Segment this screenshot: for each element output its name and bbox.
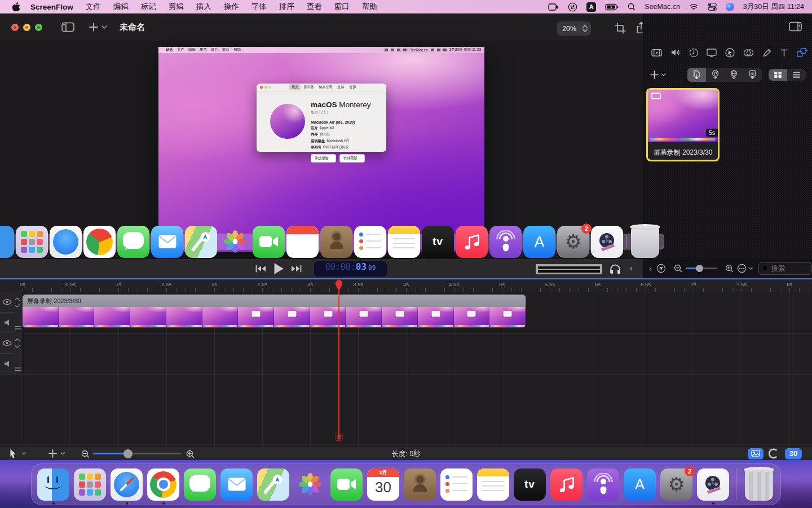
- track1-drag-handle[interactable]: [15, 325, 21, 331]
- dock-screenflow[interactable]: [697, 468, 729, 501]
- menu-item[interactable]: 标记: [141, 2, 156, 12]
- menubar-clock[interactable]: 3月30日 周四 11:24: [743, 2, 804, 12]
- dock-messages[interactable]: [184, 468, 216, 501]
- control-center-icon[interactable]: [708, 2, 717, 11]
- inspector-tab-audio[interactable]: [669, 47, 682, 58]
- menu-item[interactable]: 剪辑: [169, 2, 184, 12]
- dock-podcasts[interactable]: [587, 468, 619, 501]
- inspector-tab-touch-callout[interactable]: [742, 47, 755, 58]
- track2-drag-handle[interactable]: [15, 366, 21, 372]
- switch-control-icon[interactable]: [568, 2, 577, 12]
- dock-app-store[interactable]: A: [624, 468, 656, 501]
- siri-icon[interactable]: [726, 3, 734, 11]
- menubar-site-label[interactable]: SeeMac.cn: [645, 3, 680, 11]
- minimize-button[interactable]: [23, 24, 30, 31]
- skip-to-end-button[interactable]: [291, 264, 302, 273]
- dock-apple-tv[interactable]: tv: [514, 468, 546, 501]
- menu-item[interactable]: 帮助: [362, 2, 377, 12]
- add-media-library-button[interactable]: [650, 71, 666, 79]
- media-filter-globe[interactable]: [725, 68, 743, 82]
- close-button[interactable]: [11, 24, 19, 31]
- timeline-ruler[interactable]: 0s0.5s1s1.5s2s2.5s3s3.5s4s4.5s5s5.5s6s6.…: [0, 279, 812, 292]
- dock-maps[interactable]: [257, 468, 289, 501]
- media-filter-music[interactable]: [706, 68, 725, 82]
- more-options-icon[interactable]: [737, 264, 753, 273]
- filter-icon[interactable]: [656, 264, 666, 273]
- recorded-screen[interactable]: 访达文件编辑显示前往窗口帮助 SeeMac.cn 3月30日 周四 11:23 …: [158, 47, 484, 252]
- menu-item[interactable]: 文件: [86, 2, 101, 12]
- slider-knob[interactable]: [696, 265, 703, 272]
- battery-icon[interactable]: [605, 3, 619, 11]
- dock-launchpad[interactable]: [74, 468, 106, 501]
- active-app-name[interactable]: ScreenFlow: [30, 3, 73, 11]
- view-list[interactable]: [787, 69, 806, 81]
- zoom-out-icon[interactable]: [674, 264, 682, 273]
- track2-mute-toggle[interactable]: [0, 354, 14, 375]
- track2-visibility-toggle[interactable]: [0, 333, 14, 354]
- snapping-toggle-icon[interactable]: [767, 448, 778, 459]
- zoom-stepper-arrows[interactable]: [582, 25, 588, 32]
- add-media-button[interactable]: [89, 23, 107, 32]
- view-grid[interactable]: [769, 69, 787, 81]
- dock-system-preferences[interactable]: ⚙2: [660, 468, 692, 501]
- track1-height-control[interactable]: [14, 297, 23, 308]
- panel-toggle-icon[interactable]: [789, 21, 802, 32]
- thumbnail-size-slider[interactable]: [686, 268, 717, 269]
- dock-finder[interactable]: [37, 468, 69, 501]
- dock-notes[interactable]: [477, 468, 509, 501]
- screen-record-icon[interactable]: [548, 3, 559, 11]
- fullscreen-button[interactable]: [35, 24, 42, 31]
- inspector-tab-screen[interactable]: [705, 47, 718, 58]
- inspector-tab-media-library[interactable]: [796, 46, 809, 59]
- dock-safari[interactable]: [111, 468, 143, 501]
- apple-menu-icon[interactable]: [12, 2, 20, 11]
- timeline-clip[interactable]: 屏幕录制 2023/3/30: [23, 295, 526, 327]
- menu-item[interactable]: 字体: [251, 2, 267, 12]
- dock-contacts[interactable]: [404, 468, 436, 501]
- inspector-tab-video[interactable]: [650, 47, 663, 59]
- track1-mute-toggle[interactable]: [0, 313, 14, 334]
- dock-reminders[interactable]: [440, 468, 473, 501]
- media-filter-document[interactable]: [687, 68, 706, 82]
- menu-item[interactable]: 插入: [196, 2, 211, 12]
- playhead-handle[interactable]: [335, 433, 343, 441]
- inspector-tab-text[interactable]: [779, 47, 789, 58]
- canvas-zoom-stepper[interactable]: 20%: [557, 21, 591, 36]
- menu-item[interactable]: 窗口: [334, 2, 350, 12]
- inspector-tab-timing[interactable]: [688, 47, 700, 59]
- search-input[interactable]: [771, 265, 810, 273]
- menu-item[interactable]: 操作: [224, 2, 239, 12]
- dock-music[interactable]: [550, 468, 582, 501]
- playhead-marker[interactable]: [335, 280, 343, 291]
- menu-item[interactable]: 查看: [307, 2, 322, 12]
- menu-item[interactable]: 排序: [279, 2, 294, 12]
- skip-to-start-button[interactable]: [255, 264, 266, 273]
- dock-trash[interactable]: [745, 468, 773, 501]
- collapse-transport-icon[interactable]: ‹: [630, 264, 633, 273]
- headphone-monitor-icon[interactable]: [609, 263, 621, 274]
- input-source-icon[interactable]: A: [586, 2, 596, 12]
- timeline-area[interactable]: 屏幕录制 2023/3/30: [0, 292, 812, 446]
- wifi-icon[interactable]: [689, 3, 699, 11]
- framerate-button[interactable]: 30: [785, 448, 802, 459]
- media-library-clip[interactable]: 5s 屏幕录制 2023/3/30: [646, 88, 720, 161]
- menu-item[interactable]: 编辑: [113, 2, 129, 12]
- dock-calendar[interactable]: 3月30: [367, 468, 399, 501]
- playhead-line[interactable]: [338, 279, 339, 441]
- track2-height-control[interactable]: [14, 338, 23, 348]
- inspector-tab-annotations[interactable]: [761, 47, 773, 59]
- sidebar-toggle-icon[interactable]: [61, 22, 74, 32]
- track1-visibility-toggle[interactable]: [0, 292, 14, 313]
- play-button[interactable]: [272, 262, 285, 275]
- dock-mail[interactable]: [220, 468, 253, 501]
- crop-icon[interactable]: [615, 23, 626, 34]
- spotlight-icon[interactable]: [628, 3, 636, 11]
- dock-facetime[interactable]: [330, 468, 363, 501]
- inspector-tab-callout[interactable]: [724, 47, 736, 59]
- dock-chrome[interactable]: [147, 468, 179, 501]
- media-filter-keypad[interactable]: [743, 68, 762, 82]
- editor-canvas[interactable]: 访达文件编辑显示前往窗口帮助 SeeMac.cn 3月30日 周四 11:23 …: [0, 41, 643, 259]
- collapse-panel-icon[interactable]: ‹: [649, 264, 652, 273]
- search-field[interactable]: [758, 262, 812, 275]
- dock-photos[interactable]: [294, 468, 326, 501]
